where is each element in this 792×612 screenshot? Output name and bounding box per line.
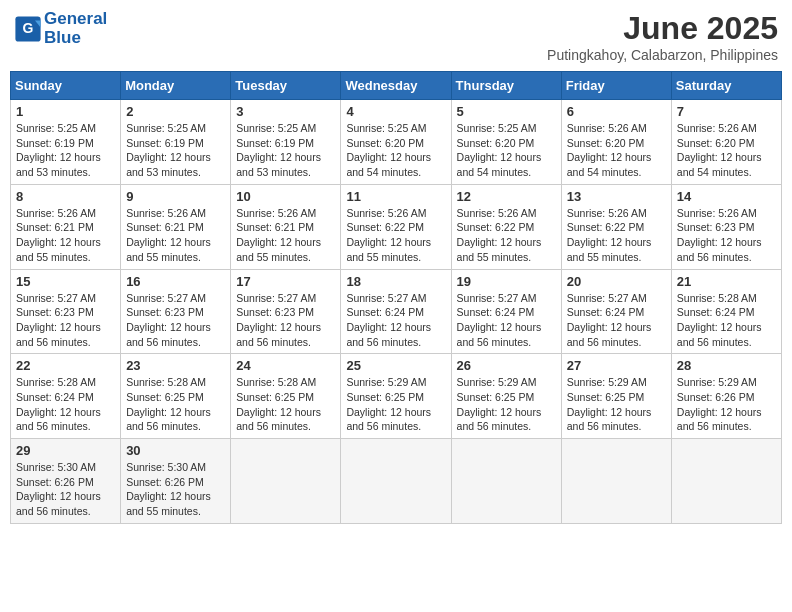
day-info: Sunrise: 5:25 AM Sunset: 6:19 PM Dayligh…: [126, 121, 225, 180]
day-info: Sunrise: 5:27 AM Sunset: 6:24 PM Dayligh…: [457, 291, 556, 350]
daylight-minutes: and 53 minutes.: [126, 166, 201, 178]
daylight-minutes: and 56 minutes.: [677, 251, 752, 263]
daylight-minutes: and 54 minutes.: [677, 166, 752, 178]
day-number: 11: [346, 189, 445, 204]
sunset-label: Sunset: 6:20 PM: [346, 137, 424, 149]
day-cell: 11 Sunrise: 5:26 AM Sunset: 6:22 PM Dayl…: [341, 184, 451, 269]
day-cell: 4 Sunrise: 5:25 AM Sunset: 6:20 PM Dayli…: [341, 100, 451, 185]
day-number: 19: [457, 274, 556, 289]
sunset-label: Sunset: 6:23 PM: [16, 306, 94, 318]
daylight-label: Daylight: 12 hours: [677, 236, 762, 248]
daylight-minutes: and 56 minutes.: [16, 420, 91, 432]
day-info: Sunrise: 5:30 AM Sunset: 6:26 PM Dayligh…: [126, 460, 225, 519]
sunrise-label: Sunrise: 5:29 AM: [567, 376, 647, 388]
sunrise-label: Sunrise: 5:28 AM: [677, 292, 757, 304]
day-info: Sunrise: 5:27 AM Sunset: 6:24 PM Dayligh…: [346, 291, 445, 350]
day-cell: 5 Sunrise: 5:25 AM Sunset: 6:20 PM Dayli…: [451, 100, 561, 185]
day-number: 12: [457, 189, 556, 204]
weekday-header-wednesday: Wednesday: [341, 72, 451, 100]
daylight-minutes: and 56 minutes.: [236, 336, 311, 348]
daylight-label: Daylight: 12 hours: [126, 151, 211, 163]
day-cell: 22 Sunrise: 5:28 AM Sunset: 6:24 PM Dayl…: [11, 354, 121, 439]
sunrise-label: Sunrise: 5:26 AM: [567, 122, 647, 134]
day-cell: 24 Sunrise: 5:28 AM Sunset: 6:25 PM Dayl…: [231, 354, 341, 439]
title-area: June 2025 Putingkahoy, Calabarzon, Phili…: [547, 10, 778, 63]
day-cell: [341, 439, 451, 524]
day-info: Sunrise: 5:28 AM Sunset: 6:25 PM Dayligh…: [126, 375, 225, 434]
day-info: Sunrise: 5:25 AM Sunset: 6:19 PM Dayligh…: [16, 121, 115, 180]
day-number: 26: [457, 358, 556, 373]
day-info: Sunrise: 5:26 AM Sunset: 6:23 PM Dayligh…: [677, 206, 776, 265]
sunset-label: Sunset: 6:23 PM: [126, 306, 204, 318]
sunrise-label: Sunrise: 5:26 AM: [457, 207, 537, 219]
day-cell: 15 Sunrise: 5:27 AM Sunset: 6:23 PM Dayl…: [11, 269, 121, 354]
day-info: Sunrise: 5:29 AM Sunset: 6:25 PM Dayligh…: [346, 375, 445, 434]
day-info: Sunrise: 5:28 AM Sunset: 6:24 PM Dayligh…: [677, 291, 776, 350]
day-info: Sunrise: 5:25 AM Sunset: 6:20 PM Dayligh…: [457, 121, 556, 180]
day-number: 24: [236, 358, 335, 373]
daylight-label: Daylight: 12 hours: [677, 406, 762, 418]
day-cell: 19 Sunrise: 5:27 AM Sunset: 6:24 PM Dayl…: [451, 269, 561, 354]
weekday-header-tuesday: Tuesday: [231, 72, 341, 100]
sunset-label: Sunset: 6:22 PM: [346, 221, 424, 233]
sunrise-label: Sunrise: 5:27 AM: [346, 292, 426, 304]
day-number: 9: [126, 189, 225, 204]
sunrise-label: Sunrise: 5:28 AM: [16, 376, 96, 388]
day-info: Sunrise: 5:30 AM Sunset: 6:26 PM Dayligh…: [16, 460, 115, 519]
sunset-label: Sunset: 6:25 PM: [457, 391, 535, 403]
day-number: 16: [126, 274, 225, 289]
day-info: Sunrise: 5:29 AM Sunset: 6:25 PM Dayligh…: [457, 375, 556, 434]
daylight-label: Daylight: 12 hours: [236, 151, 321, 163]
day-number: 30: [126, 443, 225, 458]
day-number: 29: [16, 443, 115, 458]
sunset-label: Sunset: 6:21 PM: [16, 221, 94, 233]
day-number: 8: [16, 189, 115, 204]
sunrise-label: Sunrise: 5:26 AM: [16, 207, 96, 219]
sunrise-label: Sunrise: 5:26 AM: [677, 122, 757, 134]
day-number: 14: [677, 189, 776, 204]
day-number: 23: [126, 358, 225, 373]
location-title: Putingkahoy, Calabarzon, Philippines: [547, 47, 778, 63]
day-info: Sunrise: 5:26 AM Sunset: 6:21 PM Dayligh…: [236, 206, 335, 265]
daylight-minutes: and 56 minutes.: [677, 336, 752, 348]
day-cell: 17 Sunrise: 5:27 AM Sunset: 6:23 PM Dayl…: [231, 269, 341, 354]
sunset-label: Sunset: 6:19 PM: [126, 137, 204, 149]
day-cell: 25 Sunrise: 5:29 AM Sunset: 6:25 PM Dayl…: [341, 354, 451, 439]
day-cell: 20 Sunrise: 5:27 AM Sunset: 6:24 PM Dayl…: [561, 269, 671, 354]
sunset-label: Sunset: 6:19 PM: [236, 137, 314, 149]
sunset-label: Sunset: 6:25 PM: [126, 391, 204, 403]
day-number: 28: [677, 358, 776, 373]
svg-text:G: G: [23, 20, 34, 36]
sunset-label: Sunset: 6:24 PM: [346, 306, 424, 318]
daylight-label: Daylight: 12 hours: [236, 236, 321, 248]
daylight-minutes: and 53 minutes.: [236, 166, 311, 178]
day-info: Sunrise: 5:27 AM Sunset: 6:23 PM Dayligh…: [16, 291, 115, 350]
day-number: 20: [567, 274, 666, 289]
sunset-label: Sunset: 6:25 PM: [236, 391, 314, 403]
logo-icon: G: [14, 15, 42, 43]
daylight-minutes: and 55 minutes.: [16, 251, 91, 263]
daylight-minutes: and 56 minutes.: [457, 336, 532, 348]
day-cell: 26 Sunrise: 5:29 AM Sunset: 6:25 PM Dayl…: [451, 354, 561, 439]
day-cell: 8 Sunrise: 5:26 AM Sunset: 6:21 PM Dayli…: [11, 184, 121, 269]
sunset-label: Sunset: 6:25 PM: [567, 391, 645, 403]
sunset-label: Sunset: 6:22 PM: [567, 221, 645, 233]
sunset-label: Sunset: 6:23 PM: [677, 221, 755, 233]
daylight-label: Daylight: 12 hours: [457, 236, 542, 248]
sunrise-label: Sunrise: 5:29 AM: [457, 376, 537, 388]
sunrise-label: Sunrise: 5:25 AM: [16, 122, 96, 134]
daylight-minutes: and 55 minutes.: [126, 251, 201, 263]
daylight-label: Daylight: 12 hours: [457, 151, 542, 163]
sunrise-label: Sunrise: 5:25 AM: [346, 122, 426, 134]
daylight-minutes: and 56 minutes.: [677, 420, 752, 432]
day-number: 4: [346, 104, 445, 119]
day-info: Sunrise: 5:26 AM Sunset: 6:22 PM Dayligh…: [346, 206, 445, 265]
sunset-label: Sunset: 6:21 PM: [126, 221, 204, 233]
day-cell: 28 Sunrise: 5:29 AM Sunset: 6:26 PM Dayl…: [671, 354, 781, 439]
day-cell: 27 Sunrise: 5:29 AM Sunset: 6:25 PM Dayl…: [561, 354, 671, 439]
daylight-label: Daylight: 12 hours: [126, 406, 211, 418]
day-cell: 16 Sunrise: 5:27 AM Sunset: 6:23 PM Dayl…: [121, 269, 231, 354]
daylight-minutes: and 56 minutes.: [457, 420, 532, 432]
daylight-label: Daylight: 12 hours: [236, 321, 321, 333]
day-cell: 9 Sunrise: 5:26 AM Sunset: 6:21 PM Dayli…: [121, 184, 231, 269]
